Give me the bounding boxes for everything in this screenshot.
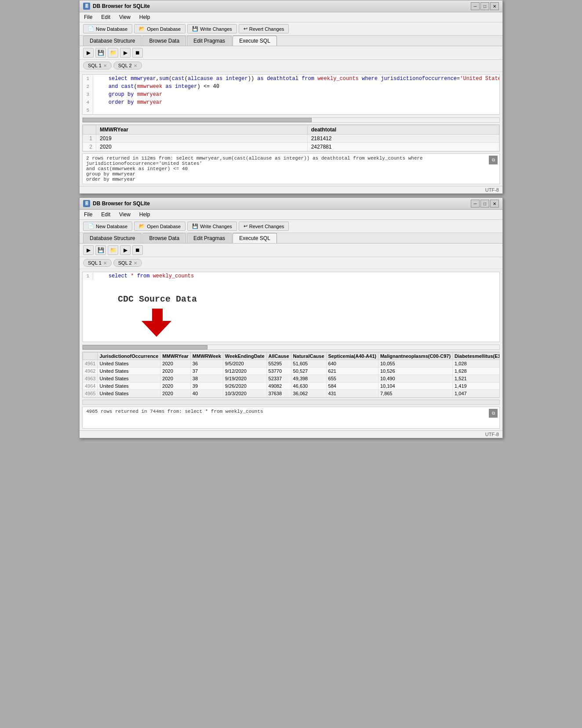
toolbar-2: 📄 New Database 📂 Open Database 💾 Write C…: [80, 220, 502, 233]
results-h-scroll-2[interactable]: [82, 400, 500, 405]
tab-db-structure-2[interactable]: Database Structure: [83, 233, 142, 243]
arrow-wrapper: [118, 304, 197, 342]
encoding-label-2: UTF-8: [485, 432, 499, 437]
code-editor-2[interactable]: 1 select * from weekly_counts CDC Source…: [82, 272, 500, 342]
col-naturalcause: NaturalCause: [291, 353, 326, 360]
tab-edit-pragmas-2[interactable]: Edit Pragmas: [187, 233, 232, 243]
tab-browse-data-1[interactable]: Browse Data: [142, 36, 186, 46]
tab-execute-sql-2[interactable]: Execute SQL: [233, 233, 277, 243]
sql-open-btn-2[interactable]: 📁: [108, 245, 118, 255]
revert-changes-button-2[interactable]: ↩ Revert Changes: [239, 222, 289, 231]
tab-db-structure-1[interactable]: Database Structure: [83, 36, 142, 46]
close-sql2-2[interactable]: ✕: [134, 261, 137, 266]
sql-toolbar-2: ▶ 💾 📁 ▶ ⏹: [80, 244, 502, 257]
table-row: 4965 United States 2020 40 10/3/2020 376…: [83, 390, 500, 397]
sql-execute-btn-2[interactable]: ▶: [120, 245, 131, 255]
tab-execute-sql-1[interactable]: Execute SQL: [233, 36, 277, 46]
menu-view-1[interactable]: View: [116, 13, 133, 21]
sql-stop-btn-1[interactable]: ⏹: [132, 48, 143, 58]
menu-bar-1: File Edit View Help: [80, 12, 502, 22]
app-icon-1: 🗄: [83, 3, 90, 10]
window-1: 🗄 DB Browser for SQLite ─ □ ✕ File Edit …: [79, 0, 503, 194]
menu-help-2[interactable]: Help: [137, 211, 153, 218]
col-diabetes: Diabetesmellitus(E10-E14): [453, 353, 500, 360]
sql-tabs-2: SQL 1 ✕ SQL 2 ✕: [80, 257, 502, 269]
new-db-icon-1: 📄: [88, 26, 94, 32]
col-allcause: AllCause: [266, 353, 291, 360]
title-bar-2: 🗄 DB Browser for SQLite ─ □ ✕: [80, 198, 502, 210]
close-sql1-2[interactable]: ✕: [103, 261, 107, 266]
tab-edit-pragmas-1[interactable]: Edit Pragmas: [187, 36, 232, 46]
new-database-button-2[interactable]: 📄 New Database: [83, 222, 132, 231]
menu-file-1[interactable]: File: [81, 13, 95, 21]
close-sql2-1[interactable]: ✕: [134, 63, 137, 68]
h-scroll-1[interactable]: [82, 117, 500, 123]
row-num-1: 1: [83, 135, 96, 143]
open-database-button-1[interactable]: 📂 Open Database: [134, 24, 186, 33]
menu-help-1[interactable]: Help: [137, 13, 153, 21]
cell-year-1: 2019: [96, 135, 308, 143]
menu-edit-2[interactable]: Edit: [98, 211, 113, 218]
sql-tab-2-2[interactable]: SQL 2 ✕: [113, 259, 142, 267]
sql-run-btn-1[interactable]: ▶: [83, 48, 94, 58]
minimize-button-2[interactable]: ─: [471, 200, 480, 207]
code-line-3: group by mmwryear: [93, 91, 499, 98]
new-database-button-1[interactable]: 📄 New Database: [83, 24, 132, 33]
table-row: 4962 United States 2020 37 9/12/2020 537…: [83, 368, 500, 375]
code-editor-1[interactable]: 1 select mmwryear,sum(cast(allcause as i…: [82, 74, 500, 115]
code-line-2-1: select * from weekly_counts: [93, 272, 499, 280]
tab-browse-data-2[interactable]: Browse Data: [142, 233, 186, 243]
log-area-1: 2 rows returned in 112ms from: select mm…: [82, 153, 500, 184]
log-area-2: 4965 rows returned in 744ms from: select…: [82, 407, 500, 429]
sql-tab-1-2[interactable]: SQL 1 ✕: [83, 259, 112, 267]
cell-year-2: 2020: [96, 143, 308, 151]
title-bar-1: 🗄 DB Browser for SQLite ─ □ ✕: [80, 0, 502, 12]
write-changes-button-1[interactable]: 💾 Write Changes: [187, 24, 237, 33]
results-table-container-2: JurisdictionofOccurrence MMWRYear MMWRWe…: [82, 352, 500, 398]
revert-changes-button-1[interactable]: ↩ Revert Changes: [239, 24, 289, 33]
title-bar-left-1: 🗄 DB Browser for SQLite: [83, 3, 150, 10]
sql-save-btn-1[interactable]: 💾: [95, 48, 106, 58]
minimize-button-1[interactable]: ─: [471, 2, 480, 10]
sql-execute-btn-1[interactable]: ▶: [120, 48, 131, 58]
code-line-1: select mmwryear,sum(cast(allcause as int…: [93, 75, 500, 83]
sql-run-btn-2[interactable]: ▶: [83, 245, 94, 255]
status-bar-1: UTF-8: [80, 186, 502, 193]
write-changes-button-2[interactable]: 💾 Write Changes: [187, 222, 237, 231]
title-controls-2: ─ □ ✕: [471, 200, 499, 207]
sql-tabs-1: SQL 1 ✕ SQL 2 ✕: [80, 60, 502, 72]
log-icon-1: ⧉: [489, 156, 498, 164]
line-num-3: 3: [83, 91, 93, 98]
col-malignant: Malignantneoplasms(C00-C97): [378, 353, 452, 360]
menu-view-2[interactable]: View: [116, 211, 133, 218]
open-icon-2: 📂: [139, 223, 145, 229]
main-tabs-2: Database Structure Browse Data Edit Prag…: [80, 233, 502, 244]
col-header-rownum-1: [83, 125, 96, 135]
sql-open-btn-1[interactable]: 📁: [108, 48, 118, 58]
sql-stop-btn-2[interactable]: ⏹: [132, 245, 143, 255]
cell-total-2: 2427881: [307, 143, 499, 151]
status-bar-2: UTF-8: [80, 430, 502, 438]
h-scroll-2[interactable]: [82, 345, 500, 350]
menu-edit-1[interactable]: Edit: [98, 13, 113, 21]
window-title-1: DB Browser for SQLite: [93, 3, 150, 9]
title-controls-1: ─ □ ✕: [471, 2, 499, 10]
window-title-2: DB Browser for SQLite: [93, 200, 150, 207]
restore-button-2[interactable]: □: [480, 200, 489, 207]
menu-file-2[interactable]: File: [81, 211, 95, 218]
revert-icon-1: ↩: [244, 26, 247, 32]
window-2: 🗄 DB Browser for SQLite ─ □ ✕ File Edit …: [79, 197, 503, 438]
results-table-1: MMWRYear deathtotal 1 2019 2181412 2 202…: [83, 125, 499, 151]
sql-tab-2-1[interactable]: SQL 2 ✕: [113, 62, 142, 69]
close-button-2[interactable]: ✕: [490, 200, 499, 207]
close-sql1-1[interactable]: ✕: [103, 63, 107, 68]
sql-save-btn-2[interactable]: 💾: [95, 245, 106, 255]
restore-button-1[interactable]: □: [480, 2, 489, 10]
col-mmwrweek: MMWRWeek: [190, 353, 223, 360]
open-database-button-2[interactable]: 📂 Open Database: [134, 222, 186, 231]
close-button-1[interactable]: ✕: [490, 2, 499, 10]
col-header-deathtotal-1: deathtotal: [307, 125, 499, 135]
sql-tab-1-1[interactable]: SQL 1 ✕: [83, 62, 112, 69]
new-db-icon-2: 📄: [88, 223, 94, 229]
log-text-1: 2 rows returned in 112ms from: select mm…: [86, 156, 423, 182]
